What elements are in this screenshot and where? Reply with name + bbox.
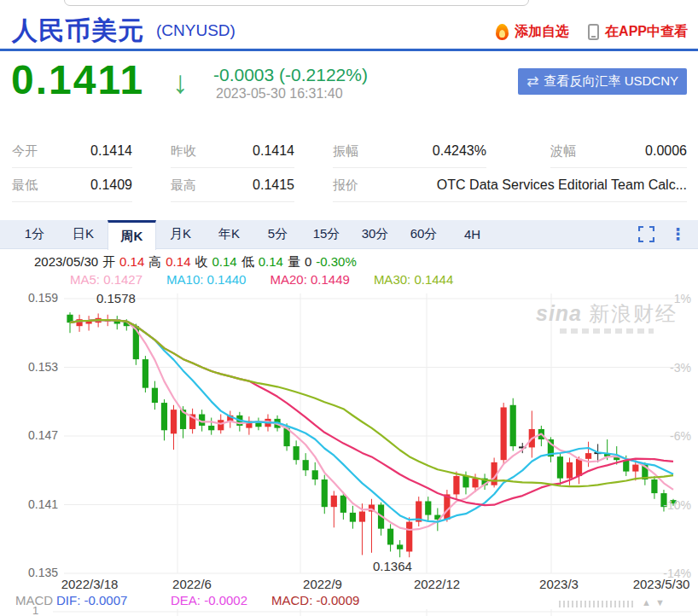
ohlc-part: 0.14 xyxy=(259,254,283,270)
tab-period-5[interactable]: 5分 xyxy=(253,220,302,248)
ma-label: MA5: 0.1427 xyxy=(70,272,143,287)
y-axis-percent-label: -10% xyxy=(647,498,691,512)
ohlc-info-row: 2023/05/30开0.14高0.14收0.14低0.14量0-0.30% xyxy=(34,254,357,270)
macd-item: DIF: -0.0007 xyxy=(56,593,127,607)
stat-value: OTC Data Services Editorial Team Calc... xyxy=(437,177,687,193)
add-watchlist-label: 添加自选 xyxy=(515,23,569,41)
candlestick-chart[interactable]: sina新浪财经 0.1590.1530.1470.1410.1351%-3%-… xyxy=(0,290,698,616)
symbol-code: (CNYUSD) xyxy=(156,21,236,40)
ohlc-part: 高 xyxy=(148,254,161,270)
ohlc-part: 收 xyxy=(195,254,207,270)
header-divider xyxy=(0,49,698,51)
period-tabs: 1分日K周K月K年K5分15分30分60分4H xyxy=(10,220,497,248)
x-axis-label: 2023/5/30 xyxy=(633,577,690,591)
tab-period-2[interactable]: 周K xyxy=(108,220,156,250)
high-annotation: 0.1578 xyxy=(96,291,136,305)
ohlc-part: 0.14 xyxy=(119,254,144,270)
ma-line-MA10 xyxy=(70,320,673,522)
current-price: 0.1411 xyxy=(11,56,144,103)
stat-value: 0.1415 xyxy=(253,177,294,193)
ohlc-part: 0.14 xyxy=(166,254,190,270)
scroll-down-icon[interactable]: ▼ xyxy=(655,597,665,607)
add-watchlist-link[interactable]: 添加自选 xyxy=(496,23,569,41)
period-tabbar: 1分日K周K月K年K5分15分30分60分4H xyxy=(0,220,698,249)
low-annotation: 0.1364 xyxy=(373,559,412,573)
x-axis-label: 2023/3 xyxy=(539,577,579,591)
tab-period-6[interactable]: 15分 xyxy=(302,220,351,248)
tab-period-8[interactable]: 60分 xyxy=(399,220,448,248)
y-axis-label: 0.147 xyxy=(17,428,58,442)
stat-cell-昨收: 昨收0.1414 xyxy=(171,143,294,168)
x-axis-label: 2022/6 xyxy=(172,577,212,591)
chart-scrollbar[interactable] xyxy=(559,601,636,607)
stat-label: 振幅 xyxy=(333,143,358,160)
view-in-app-label: 在APP中查看 xyxy=(605,23,688,41)
sina-brand-name: 新浪财经 xyxy=(589,302,678,325)
swap-icon: ⇄ xyxy=(526,73,538,90)
toolbar-remnant xyxy=(64,0,529,6)
watermark-subtext xyxy=(560,328,654,334)
fullscreen-icon[interactable] xyxy=(638,226,654,242)
scroll-up-icon[interactable]: ▲ xyxy=(642,597,651,607)
price-change: -0.0003 (-0.2122%) xyxy=(213,65,368,85)
y-axis-label: 0.135 xyxy=(17,566,58,579)
y-axis-label: 0.153 xyxy=(17,360,58,374)
x-axis-label: 2022/9 xyxy=(303,577,342,591)
ma-label: MA20: 0.1449 xyxy=(270,272,349,287)
down-arrow-icon: ↓ xyxy=(172,65,189,101)
stat-value: 0.4243% xyxy=(433,143,486,159)
stat-cell-振幅: 振幅0.4243% xyxy=(333,143,486,168)
stat-value: 0.1414 xyxy=(90,143,132,159)
stat-value: 0.1409 xyxy=(90,177,132,193)
header-links: 添加自选 在APP中查看 xyxy=(496,23,688,41)
ohlc-part: 开 xyxy=(102,254,115,270)
macd-item: MACD: -0.0009 xyxy=(271,593,359,607)
reverse-rate-label: 查看反向汇率 USDCNY xyxy=(544,73,678,90)
tab-period-0[interactable]: 1分 xyxy=(10,220,59,248)
tab-period-9[interactable]: 4H xyxy=(448,220,497,248)
y-axis-percent-label: -6% xyxy=(647,429,691,443)
chart-canvas[interactable] xyxy=(0,290,698,616)
ma-values-row: MA5: 0.1427MA10: 0.1440MA20: 0.1449MA30:… xyxy=(70,272,453,287)
chart-toolbar-icons: ⋮ xyxy=(638,226,686,242)
stat-label: 报价 xyxy=(333,177,358,194)
stat-cell-今开: 今开0.1414 xyxy=(12,143,132,168)
ma-label: MA30: 0.1444 xyxy=(374,272,453,287)
y-axis-percent-label: 1% xyxy=(647,292,691,305)
stat-cell-最低: 最低0.1409 xyxy=(12,177,132,202)
x-axis-label: 2022/3/18 xyxy=(61,577,119,591)
stat-cell-报价: 报价OTC Data Services Editorial Team Calc.… xyxy=(333,177,687,202)
stat-value: 0.0006 xyxy=(645,143,687,159)
view-in-app-link[interactable]: 在APP中查看 xyxy=(588,23,688,41)
ohlc-part: -0.30% xyxy=(316,254,357,270)
quote-timestamp: 2023-05-30 16:31:40 xyxy=(216,86,343,102)
ma-label: MA10: 0.1440 xyxy=(166,272,246,287)
y-axis-label: 0.141 xyxy=(17,497,58,511)
macd-pane-tick: 1 xyxy=(32,604,38,616)
y-axis-label: 0.159 xyxy=(17,291,58,305)
stat-label: 最低 xyxy=(12,177,38,194)
stat-label: 最高 xyxy=(171,177,196,194)
ohlc-part: 低 xyxy=(241,254,254,270)
flame-icon xyxy=(496,24,509,40)
quote-page: 人民币美元 (CNYUSD) 添加自选 在APP中查看 0.1411 ↓ -0.… xyxy=(0,0,698,616)
stat-value: 0.1414 xyxy=(253,143,294,159)
stat-label: 昨收 xyxy=(171,143,196,160)
stat-cell-波幅: 波幅0.0006 xyxy=(550,143,687,168)
stat-cell-最高: 最高0.1415 xyxy=(171,177,294,202)
more-options-icon[interactable]: ⋮ xyxy=(670,226,686,242)
ohlc-part: 2023/05/30 xyxy=(34,254,98,270)
ohlc-part: 0.14 xyxy=(212,254,236,270)
stat-label: 今开 xyxy=(12,143,38,160)
macd-item: DEA: -0.0002 xyxy=(171,593,247,607)
tab-period-7[interactable]: 30分 xyxy=(351,220,399,248)
ma-line-MA30 xyxy=(70,320,673,486)
tab-period-3[interactable]: 月K xyxy=(156,220,205,248)
reverse-rate-button[interactable]: ⇄ 查看反向汇率 USDCNY xyxy=(518,68,687,95)
tab-period-1[interactable]: 日K xyxy=(59,220,108,248)
ohlc-part: 量 xyxy=(288,254,300,270)
page-title: 人民币美元 xyxy=(12,14,144,49)
ohlc-part: 0 xyxy=(305,254,311,270)
ma-line-MA5 xyxy=(70,320,673,530)
tab-period-4[interactable]: 年K xyxy=(205,220,253,248)
